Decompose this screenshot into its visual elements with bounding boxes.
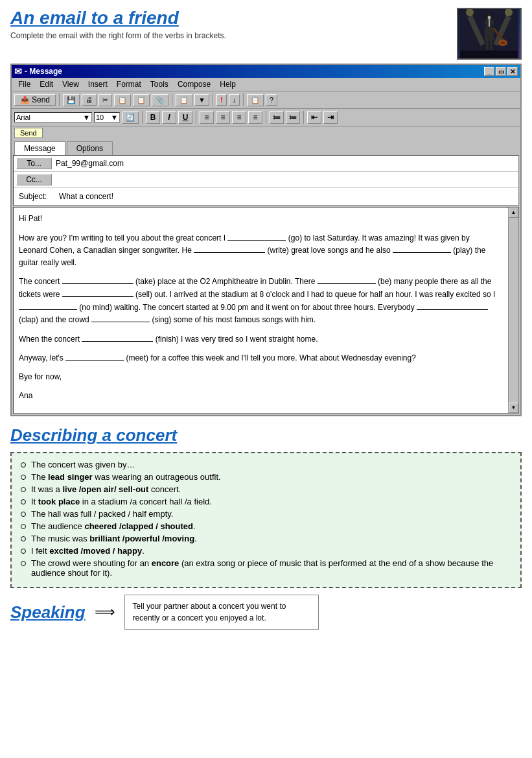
menu-edit[interactable]: Edit — [36, 79, 57, 89]
font-name: Arial — [16, 113, 30, 121]
menu-help[interactable]: Help — [216, 79, 240, 89]
svg-rect-14 — [486, 41, 489, 50]
to-button[interactable]: To... — [16, 158, 52, 169]
numbering-btn[interactable]: ≔ — [286, 111, 300, 124]
align-justify-btn[interactable]: ≡ — [248, 111, 262, 124]
blank-6 — [62, 288, 133, 297]
menu-view[interactable]: View — [58, 79, 83, 89]
body-signature: Ana — [19, 390, 500, 402]
subject-value[interactable]: What a concert! — [55, 192, 516, 201]
bold-button[interactable]: B — [146, 111, 160, 124]
scroll-track[interactable] — [509, 218, 518, 403]
scroll-up-arrow[interactable]: ▲ — [509, 207, 518, 218]
refresh-btn[interactable]: 🔄 — [122, 112, 139, 124]
item-text: The music was brilliant /powerful /movin… — [31, 534, 197, 543]
attach-toolbar-btn[interactable]: 📎 — [152, 94, 168, 106]
options-toolbar-btn[interactable]: 📋 — [247, 94, 264, 106]
blank-5 — [318, 275, 376, 284]
blank-7 — [19, 301, 77, 310]
item-text: It took place in a stadium /a concert ha… — [31, 497, 212, 506]
titlebar-left: ✉ - Message — [14, 66, 62, 77]
cut-toolbar-btn[interactable]: ✂ — [98, 94, 112, 106]
tab-options[interactable]: Options — [67, 141, 113, 155]
item-text: The hall was full / packed / half empty. — [31, 509, 173, 519]
list-item: The concert was given by… — [21, 460, 511, 469]
italic-button[interactable]: I — [162, 111, 176, 124]
concert-image — [460, 9, 518, 58]
blank-3 — [393, 244, 451, 253]
to-value[interactable]: Pat_99@gmail.com — [52, 159, 516, 168]
blank-2 — [194, 244, 265, 253]
blank-1 — [227, 231, 286, 241]
email-fields: To... Pat_99@gmail.com Cc... Subject: Wh… — [13, 155, 519, 206]
bullet-icon — [21, 549, 26, 554]
item-text: It was a live /open air/ sell-out concer… — [31, 484, 181, 494]
dropdown-toolbar-btn[interactable]: ▼ — [194, 94, 209, 106]
bullet-icon — [21, 524, 26, 529]
align-center-btn[interactable]: ≡ — [216, 111, 230, 124]
priority-high-btn[interactable]: ! — [216, 94, 227, 106]
cc-button[interactable]: Cc... — [16, 174, 52, 185]
tabs-area: Message Options — [12, 139, 520, 155]
speaking-title: Speaking — [10, 602, 86, 622]
check-toolbar-btn[interactable]: 📋 — [176, 94, 192, 106]
item-text: The audience cheered /clapped / shouted. — [31, 521, 196, 531]
list-item: The crowd were shouting for an encore (a… — [21, 558, 511, 578]
copy-toolbar-btn[interactable]: 📋 — [114, 94, 131, 106]
save-toolbar-btn[interactable]: 💾 — [63, 94, 80, 106]
format-sep-1 — [142, 111, 143, 124]
print-icon: 🖨 — [86, 96, 93, 104]
item-text: The lead singer was wearing an outrageou… — [31, 472, 221, 482]
bullet-icon — [21, 487, 26, 492]
blank-8 — [417, 301, 488, 310]
size-dropdown[interactable]: 10 ▼ — [94, 112, 120, 123]
scrollbar[interactable]: ▲ ▼ — [508, 207, 518, 413]
restore-button[interactable]: ▭ — [496, 67, 506, 76]
tooltip-area: Send — [12, 126, 520, 139]
menu-tools[interactable]: Tools — [146, 79, 172, 89]
body-para-2: The concert (take) place at the O2 Amphi… — [19, 275, 500, 326]
blank-10 — [82, 333, 153, 342]
email-body[interactable]: Hi Pat! How are you? I'm writing to tell… — [13, 207, 519, 414]
subtitle: Complete the email with the right form o… — [10, 31, 226, 40]
titlebar-controls[interactable]: _ ▭ ✕ — [484, 67, 518, 76]
body-para-1: How are you? I'm writing to tell you abo… — [19, 231, 500, 269]
help-icon: ? — [270, 96, 273, 104]
menu-insert[interactable]: Insert — [84, 79, 111, 89]
help-toolbar-btn[interactable]: ? — [266, 94, 277, 106]
menu-compose[interactable]: Compose — [174, 79, 214, 89]
print-toolbar-btn[interactable]: 🖨 — [82, 94, 97, 106]
body-para-4: Anyway, let's (meet) for a coffee this w… — [19, 351, 500, 364]
minimize-button[interactable]: _ — [484, 67, 494, 76]
save-icon: 💾 — [67, 96, 76, 104]
menubar: File Edit View Insert Format Tools Compo… — [12, 78, 520, 91]
menu-file[interactable]: File — [14, 79, 34, 89]
align-left-btn[interactable]: ≡ — [200, 111, 214, 124]
bullet-icon — [21, 536, 26, 541]
body-closing: Bye for now, — [19, 371, 500, 383]
toolbar-sep-1 — [59, 93, 60, 106]
item-text: The crowd were shouting for an encore (a… — [31, 558, 511, 578]
toolbar-sep-4 — [243, 93, 244, 106]
close-button[interactable]: ✕ — [507, 67, 518, 76]
attach-icon: 📎 — [156, 96, 165, 104]
align-right-btn[interactable]: ≡ — [232, 111, 246, 124]
send-button[interactable]: 📤 Send — [14, 94, 56, 106]
bullet-icon — [21, 512, 26, 517]
send-arrow-icon: 📤 — [20, 95, 30, 104]
priority-low-btn[interactable]: ↓ — [229, 94, 240, 106]
scroll-down-arrow[interactable]: ▼ — [509, 403, 518, 413]
window-titlebar: ✉ - Message _ ▭ ✕ — [12, 65, 520, 78]
email-body-text: Hi Pat! How are you? I'm writing to tell… — [19, 213, 500, 401]
bullets-btn[interactable]: ≔ — [270, 111, 284, 124]
toolbar-sep-3 — [213, 93, 213, 106]
paste-toolbar-btn[interactable]: 📋 — [133, 94, 150, 106]
header-image — [457, 8, 522, 60]
underline-button[interactable]: U — [178, 111, 192, 124]
item-text: I felt excited /moved / happy. — [31, 546, 145, 556]
tab-message[interactable]: Message — [14, 141, 65, 155]
menu-format[interactable]: Format — [113, 79, 145, 89]
increase-indent-btn[interactable]: ⇥ — [323, 111, 338, 124]
font-dropdown[interactable]: Arial ▼ — [14, 112, 92, 123]
decrease-indent-btn[interactable]: ⇤ — [307, 111, 321, 124]
